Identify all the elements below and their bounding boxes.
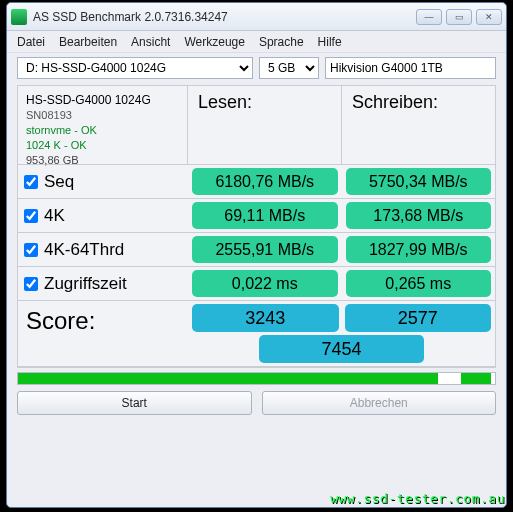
titlebar[interactable]: AS SSD Benchmark 2.0.7316.34247 — ▭ ✕ [7,3,506,31]
check-4k64[interactable] [24,243,38,257]
4k-write: 173,68 MB/s [346,202,492,229]
score-label: Score: [18,301,188,366]
abort-button[interactable]: Abbrechen [262,391,497,415]
start-button[interactable]: Start [17,391,252,415]
4k64-write: 1827,99 MB/s [346,236,492,263]
label-seq: Seq [44,172,74,192]
menubar: Datei Bearbeiten Ansicht Werkzeuge Sprac… [7,31,506,53]
device-align: 1024 K - OK [26,138,179,153]
menu-edit[interactable]: Bearbeiten [59,35,117,49]
score-total: 7454 [259,335,423,363]
drive-select[interactable]: D: HS-SSD-G4000 1024G [17,57,253,79]
menu-file[interactable]: Datei [17,35,45,49]
menu-tools[interactable]: Werkzeuge [184,35,244,49]
progress-fill [18,373,438,384]
progress-chunk [461,373,491,384]
maximize-button[interactable]: ▭ [446,9,472,25]
label-4k64: 4K-64Thrd [44,240,124,260]
device-capacity: 953,86 GB [26,153,179,168]
score-row: Score: 3243 2577 7454 [18,301,495,367]
menu-language[interactable]: Sprache [259,35,304,49]
header-write: Schreiben: [342,86,495,164]
check-seq[interactable] [24,175,38,189]
menu-view[interactable]: Ansicht [131,35,170,49]
row-4k64: 4K-64Thrd 2555,91 MB/s 1827,99 MB/s [18,233,495,267]
header-row: HS-SSD-G4000 1024G SN08193 stornvme - OK… [18,86,495,164]
top-controls: D: HS-SSD-G4000 1024G 5 GB [7,53,506,85]
seq-write: 5750,34 MB/s [346,168,492,195]
results-panel: HS-SSD-G4000 1024G SN08193 stornvme - OK… [17,85,496,368]
label-access: Zugriffszeit [44,274,127,294]
row-access: Zugriffszeit 0,022 ms 0,265 ms [18,267,495,301]
4k64-read: 2555,91 MB/s [192,236,338,263]
access-read: 0,022 ms [192,270,338,297]
device-info: HS-SSD-G4000 1024G SN08193 stornvme - OK… [18,86,188,164]
row-4k: 4K 69,11 MB/s 173,68 MB/s [18,199,495,233]
device-driver: stornvme - OK [26,123,179,138]
result-rows: Seq 6180,76 MB/s 5750,34 MB/s 4K 69,11 M… [18,164,495,301]
4k-read: 69,11 MB/s [192,202,338,229]
check-access[interactable] [24,277,38,291]
window-title: AS SSD Benchmark 2.0.7316.34247 [33,10,416,24]
header-read: Lesen: [188,86,342,164]
device-serial: SN08193 [26,108,179,123]
close-button[interactable]: ✕ [476,9,502,25]
window-controls: — ▭ ✕ [416,9,502,25]
watermark: www.ssd-tester.com.au [330,491,505,506]
access-write: 0,265 ms [346,270,492,297]
button-row: Start Abbrechen [7,385,506,423]
minimize-button[interactable]: — [416,9,442,25]
app-window: AS SSD Benchmark 2.0.7316.34247 — ▭ ✕ Da… [6,2,507,508]
check-4k[interactable] [24,209,38,223]
menu-help[interactable]: Hilfe [318,35,342,49]
progress-bar [17,372,496,385]
device-model: HS-SSD-G4000 1024G [26,92,179,108]
score-read: 3243 [192,304,339,332]
size-select[interactable]: 5 GB [259,57,319,79]
row-seq: Seq 6180,76 MB/s 5750,34 MB/s [18,165,495,199]
seq-read: 6180,76 MB/s [192,168,338,195]
score-write: 2577 [345,304,492,332]
device-name-input[interactable] [325,57,496,79]
label-4k: 4K [44,206,65,226]
app-icon [11,9,27,25]
